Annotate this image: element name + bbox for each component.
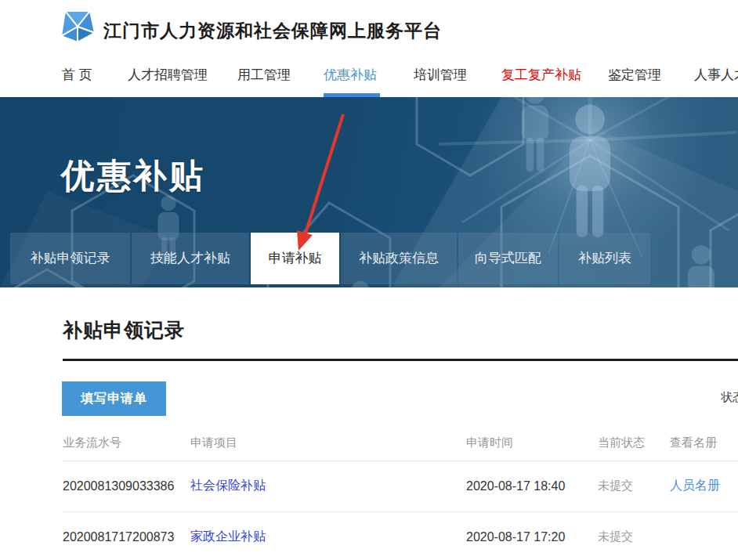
status-badge: 未提交 (598, 529, 633, 543)
site-title: 江门市人力资源和社会保障网上服务平台 (103, 19, 442, 43)
content-panel: 补贴申领记录 填写申请单 状态 业务流水号 申请项目 申请时间 当前状态 查看名… (0, 287, 738, 560)
nav-item-appraisal[interactable]: 鉴定管理 (608, 66, 661, 84)
col-header-project: 申请项目 (190, 425, 466, 461)
serial-number: 2020081717200873 (63, 511, 190, 560)
tab-subsidy-records[interactable]: 补贴申领记录 (10, 233, 130, 284)
nav-item-training[interactable]: 培训管理 (414, 66, 467, 84)
roster-link[interactable]: 人员名册 (670, 479, 720, 492)
tab-subsidy-policy-info[interactable]: 补贴政策信息 (341, 233, 457, 284)
tab-guided-matching[interactable]: 向导式匹配 (458, 233, 558, 284)
col-header-status: 当前状态 (598, 425, 670, 461)
apply-time: 2020-08-17 17:20 (466, 511, 598, 560)
nav-item-employment[interactable]: 用工管理 (237, 66, 291, 84)
status-badge: 未提交 (598, 479, 633, 492)
status-filter-label: 状态 (721, 390, 738, 405)
table-row: 2020081309033386 社会保险补贴 2020-08-17 18:40… (63, 461, 738, 511)
table-header-row: 业务流水号 申请项目 申请时间 当前状态 查看名册 (63, 425, 738, 461)
nav-item-recruitment[interactable]: 人才招聘管理 (128, 66, 208, 84)
section-title: 补贴申领记录 (63, 317, 185, 343)
nav-item-hr-talent[interactable]: 人事人才 (694, 66, 738, 84)
main-nav: 首 页 人才招聘管理 用工管理 优惠补贴 培训管理 复工复产补贴 鉴定管理 人事… (0, 66, 738, 89)
subsidy-tabbar: 补贴申领记录 技能人才补贴 申请补贴 补贴政策信息 向导式匹配 补贴列表 (0, 233, 738, 284)
apply-time: 2020-08-17 18:40 (466, 461, 598, 511)
site-logo-icon (58, 9, 97, 44)
section-divider (63, 359, 738, 361)
nav-item-home[interactable]: 首 页 (62, 66, 92, 84)
tab-subsidy-list[interactable]: 补贴列表 (559, 233, 650, 284)
fill-application-button[interactable]: 填写申请单 (62, 381, 166, 416)
hero-title: 优惠补贴 (61, 154, 205, 199)
col-header-time: 申请时间 (466, 425, 598, 461)
subsidy-records-table: 业务流水号 申请项目 申请时间 当前状态 查看名册 20200813090333… (63, 425, 738, 560)
project-link[interactable]: 社会保险补贴 (190, 479, 266, 492)
project-link[interactable]: 家政企业补贴 (190, 529, 266, 543)
site-header: 江门市人力资源和社会保障网上服务平台 首 页 人才招聘管理 用工管理 优惠补贴 … (0, 0, 738, 97)
serial-number: 2020081309033386 (63, 461, 190, 511)
nav-item-resumption-subsidy[interactable]: 复工复产补贴 (501, 66, 581, 84)
tab-skilled-talent-subsidy[interactable]: 技能人才补贴 (132, 233, 249, 284)
tab-apply-subsidy[interactable]: 申请补贴 (251, 233, 339, 284)
col-header-serial: 业务流水号 (63, 425, 190, 461)
nav-item-subsidy[interactable]: 优惠补贴 (324, 66, 377, 84)
table-row: 2020081717200873 家政企业补贴 2020-08-17 17:20… (63, 511, 738, 560)
col-header-roster: 查看名册 (670, 425, 738, 461)
